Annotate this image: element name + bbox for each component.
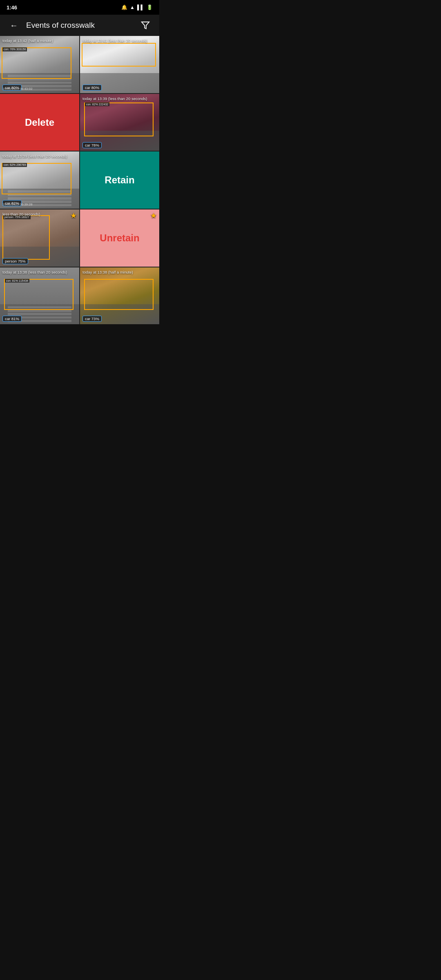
star-icon: ★ bbox=[150, 211, 157, 220]
status-time: 1:46 bbox=[7, 4, 17, 11]
signal-icon: ▌▌ bbox=[137, 4, 144, 10]
event-cell-e2[interactable]: today at 13:41 (less than 20 seconds)car… bbox=[80, 36, 159, 93]
event-cell-e7[interactable]: person: 75% 18327less than 20 seconds)pe… bbox=[0, 209, 79, 267]
detection-badge: car 80% bbox=[82, 85, 102, 91]
swipe-retain-overlay: Retain bbox=[80, 151, 159, 209]
svg-marker-0 bbox=[142, 22, 149, 29]
event-timestamp: today at 13:39 (less than 20 seconds) bbox=[82, 96, 147, 101]
notification-icon: 🔔 bbox=[121, 4, 127, 10]
event-timestamp: today at 13:39 (less than 20 seconds) bbox=[2, 154, 67, 158]
battery-icon: 🔋 bbox=[147, 4, 153, 10]
event-cell-e8[interactable]: Unretain★ bbox=[80, 209, 159, 267]
back-button[interactable]: ← bbox=[7, 18, 21, 33]
event-timestamp: today at 13:42 (half a minute) bbox=[2, 38, 53, 43]
event-cell-e5[interactable]: con: 62% 296769today at 13:39 (less than… bbox=[0, 151, 79, 209]
event-cell-e1[interactable]: con: 76% 303156today at 13:42 (half a mi… bbox=[0, 36, 79, 93]
event-cell-e4[interactable]: con: 82% 222432today at 13:39 (less than… bbox=[80, 94, 159, 151]
detection-badge: car 73% bbox=[82, 316, 102, 322]
event-cell-e9[interactable]: con: 81% 115434today at 13:38 (less than… bbox=[0, 267, 79, 325]
date-label: 10/09/2023 06:43:02 bbox=[2, 87, 32, 91]
status-icons: 🔔 ▲ ▌▌ 🔋 bbox=[121, 4, 153, 10]
swipe-unretain-overlay: Unretain bbox=[80, 209, 159, 267]
filter-button[interactable] bbox=[138, 18, 153, 33]
wifi-icon: ▲ bbox=[130, 4, 135, 10]
page-title: Events of crosswalk bbox=[26, 21, 138, 30]
date-label: 10/09/2023 06:39:28 bbox=[2, 203, 32, 206]
top-bar: ← Events of crosswalk bbox=[0, 15, 159, 36]
star-icon: ★ bbox=[70, 211, 77, 220]
event-timestamp: today at 13:38 (half a minute) bbox=[82, 270, 133, 274]
event-timestamp: less than 20 seconds) bbox=[2, 212, 40, 216]
event-cell-e6[interactable]: Retain bbox=[80, 151, 159, 209]
detection-badge: person 75% bbox=[2, 258, 28, 264]
status-bar: 1:46 🔔 ▲ ▌▌ 🔋 bbox=[0, 0, 159, 15]
event-timestamp: today at 13:38 (less than 20 seconds) bbox=[2, 270, 67, 274]
events-grid: con: 76% 303156today at 13:42 (half a mi… bbox=[0, 36, 159, 324]
event-timestamp: today at 13:41 (less than 20 seconds) bbox=[82, 38, 147, 43]
event-cell-e10[interactable]: today at 13:38 (half a minute)car 73% bbox=[80, 267, 159, 325]
event-cell-e3[interactable]: Delete bbox=[0, 94, 79, 151]
detection-badge: car 81% bbox=[2, 316, 22, 322]
swipe-delete-overlay: Delete bbox=[0, 94, 79, 151]
detection-badge: car 78% bbox=[82, 142, 102, 148]
